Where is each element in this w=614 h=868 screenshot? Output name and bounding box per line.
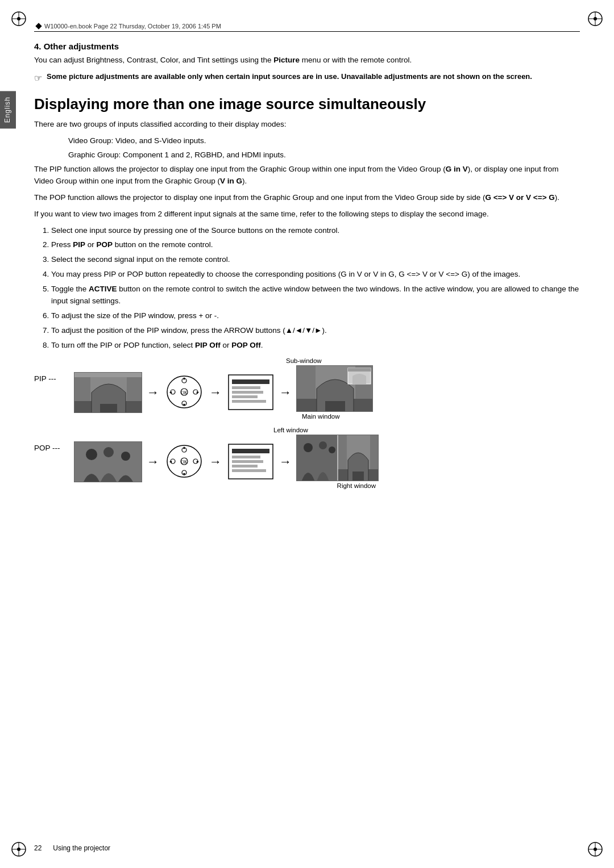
svg-rect-65 (232, 465, 258, 468)
step-7: To adjust the position of the PIP window… (51, 325, 580, 337)
right-window-label: Right window (296, 482, 379, 489)
svg-point-49 (121, 452, 130, 461)
steps-list: Select one input source by pressing one … (51, 225, 580, 352)
svg-point-48 (103, 447, 114, 457)
svg-rect-36 (232, 391, 263, 394)
step-5: Toggle the ACTIVE button on the remote c… (51, 283, 580, 307)
step-3: Select the second signal input on the re… (51, 254, 580, 266)
left-window-label: Left window (273, 427, 308, 433)
svg-rect-74 (338, 435, 347, 469)
pop-row: → OK ▲ ▼ ◄ ► (74, 435, 580, 489)
para2: The PIP function allows the projector to… (34, 164, 580, 187)
note-box: ☞ Some picture adjustments are available… (34, 71, 580, 85)
section-heading: 4. Other adjustments (34, 41, 580, 51)
main-title: Displaying more than one image source si… (34, 95, 580, 113)
pip-arrow1: → (147, 385, 159, 400)
footer: 22 Using the projector (34, 844, 580, 852)
svg-rect-66 (232, 469, 266, 472)
step-4: You may press PIP or POP button repeated… (51, 269, 580, 281)
pop-arrow2: → (209, 454, 222, 469)
svg-rect-63 (232, 456, 260, 458)
note-text: Some picture adjustments are available o… (47, 71, 532, 82)
corner-decoration-tr (587, 10, 604, 27)
corner-decoration-bl (10, 841, 27, 858)
svg-point-70 (329, 446, 335, 453)
pip-section: PIP --- Sub-window (34, 357, 580, 420)
side-tab-english: English (0, 91, 16, 128)
svg-text:OK: OK (181, 460, 188, 465)
pop-section: POP --- Left window (34, 427, 580, 489)
svg-text:OK: OK (181, 390, 188, 395)
para4: If you want to view two images from 2 di… (34, 208, 580, 220)
header-bar: W10000-en.book Page 22 Thursday, October… (34, 23, 580, 32)
svg-text:▼: ▼ (182, 472, 186, 477)
pip-arrow2: → (209, 385, 222, 400)
pip-arrow3: → (279, 385, 292, 400)
para3: The POP function allows the projector to… (34, 192, 580, 204)
footer-page-number: 22 (34, 844, 42, 852)
header-diamond (35, 23, 42, 29)
indent1: Video Group: Video, and S-Video inputs. (68, 135, 580, 147)
para1: There are two groups of inputs classifie… (34, 119, 580, 131)
svg-rect-45 (348, 368, 371, 372)
footer-text: Using the projector (53, 844, 110, 852)
svg-rect-37 (232, 395, 258, 398)
svg-point-69 (319, 441, 327, 449)
svg-rect-21 (74, 373, 142, 377)
pip-result-image (296, 365, 373, 412)
pip-diagram: Sub-window → (74, 357, 580, 420)
svg-rect-38 (232, 400, 266, 403)
svg-point-47 (86, 449, 97, 460)
pop-diagram: Left window → (74, 427, 580, 489)
step-1: Select one input source by pressing one … (51, 225, 580, 237)
svg-text:►: ► (196, 460, 200, 464)
svg-text:◄: ◄ (169, 460, 173, 464)
note-icon: ☞ (34, 72, 42, 85)
step-6: To adjust the size of the PIP window, pr… (51, 310, 580, 322)
pop-result-image (296, 435, 379, 481)
pop-arrow1: → (147, 454, 159, 469)
svg-rect-62 (232, 449, 269, 453)
pop-remote: OK ▲ ▼ ◄ ► (164, 443, 205, 481)
pop-label: POP --- (34, 427, 74, 452)
header-text: W10000-en.book Page 22 Thursday, October… (44, 23, 221, 30)
pip-row: → OK ▲ ▼ ◄ ► (74, 365, 580, 420)
svg-rect-35 (232, 386, 260, 389)
svg-text:▼: ▼ (182, 403, 186, 407)
svg-text:►: ► (196, 390, 200, 395)
svg-text:▲: ▲ (182, 445, 186, 450)
svg-rect-42 (297, 366, 316, 399)
main-window-label: Main window (302, 413, 339, 420)
pop-arrow3: → (279, 454, 292, 469)
svg-rect-18 (100, 404, 117, 413)
pip-menu (226, 373, 275, 412)
indent2: Graphic Group: Component 1 and 2, RGBHD,… (68, 149, 580, 161)
svg-rect-34 (232, 379, 269, 384)
step-2: Press PIP or POP button on the remote co… (51, 239, 580, 251)
svg-text:◄: ◄ (169, 390, 173, 395)
pop-result-wrapper: Right window (296, 435, 379, 489)
step-8: To turn off the PIP or POP function, sel… (51, 340, 580, 352)
main-content: 4. Other adjustments You can adjust Brig… (34, 31, 580, 834)
intro-paragraph: You can adjust Brightness, Contrast, Col… (34, 55, 580, 66)
svg-point-68 (304, 443, 313, 452)
pip-result-wrapper: Main window (296, 365, 373, 420)
pip-label: PIP --- (34, 357, 74, 383)
pop-source-image (74, 441, 142, 482)
sub-window-label: Sub-window (286, 357, 322, 364)
corner-decoration-br (587, 841, 604, 858)
corner-decoration-tl (10, 10, 27, 27)
svg-rect-73 (352, 471, 364, 481)
svg-rect-64 (232, 460, 263, 463)
pop-menu (226, 443, 275, 481)
pip-remote: OK ▲ ▼ ◄ ► (164, 373, 205, 412)
svg-rect-75 (370, 435, 379, 469)
svg-rect-67 (297, 435, 338, 481)
pip-source-image (74, 372, 142, 413)
svg-rect-41 (325, 401, 345, 412)
svg-text:▲: ▲ (182, 376, 186, 381)
